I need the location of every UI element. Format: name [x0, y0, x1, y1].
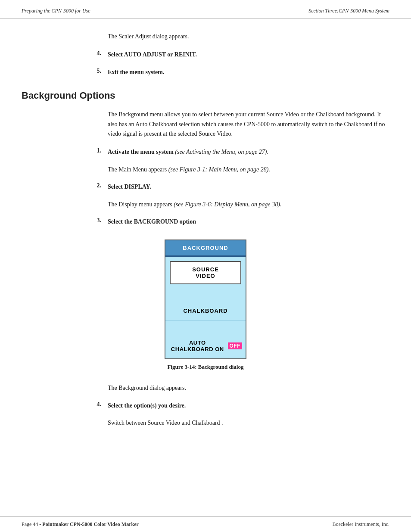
bg-step-4-number: 4. [86, 401, 108, 411]
bg-sub-3-text: The Background dialog appears. [108, 385, 186, 391]
step-4-content: Select AUTO ADJUST or REINIT. [108, 50, 389, 59]
bg-step-3: 3. Select the BACKGROUND option [22, 217, 389, 227]
footer-right: Boeckeler Instruments, Inc. [332, 521, 389, 528]
bg-intro-text: The Background menu allows you to select… [108, 111, 385, 137]
header-left: Preparing the CPN-5000 for Use [22, 8, 90, 14]
dialog-auto-text: AUTO CHALKBOARD ON [169, 339, 226, 352]
dialog-chalkboard: CHALKBOARD [165, 302, 246, 320]
header-right: Section Three:CPN-5000 Menu System [308, 8, 389, 14]
step-5-content: Exit the menu system. [108, 68, 389, 77]
bg-step-4-bold: Select the option(s) you desire. [108, 402, 186, 409]
page-footer: Page 44 - Pointmaker CPN-5000 Color Vide… [0, 516, 411, 532]
bg-sub-2: The Display menu appears (see Figure 3-6… [108, 200, 389, 209]
bg-step-1-number: 1. [86, 147, 108, 157]
bg-step-1-bold: Activate the menu system [108, 149, 174, 155]
bg-step-4-content: Select the option(s) you desire. [108, 401, 389, 411]
bg-sub-4: Switch between Source Video and Chalkboa… [108, 418, 389, 428]
dialog-spacer-1 [165, 289, 246, 302]
step-5-text: Exit the menu system. [108, 69, 164, 75]
bg-step-3-bold: Select the BACKGROUND option [108, 218, 196, 225]
step-4-number: 4. [86, 50, 108, 59]
intro-paragraph: The Scaler Adjust dialog appears. [108, 32, 389, 41]
bg-step-3-number: 3. [86, 217, 108, 227]
bg-step-1: 1. Activate the menu system (see Activat… [22, 147, 389, 157]
bg-sub-1-text: The Main Menu appears (see Figure 3-1: M… [108, 166, 270, 173]
step-4: 4. Select AUTO ADJUST or REINIT. [22, 50, 389, 59]
background-dialog: BACKGROUND SOURCEVIDEO CHALKBOARD AUTO C… [165, 240, 246, 359]
step-5-number: 5. [86, 68, 108, 77]
bg-sub-2-text: The Display menu appears (see Figure 3-6… [108, 201, 281, 208]
figure-caption-text: Figure 3-14: Background dialog [168, 364, 244, 370]
bg-intro: The Background menu allows you to select… [108, 110, 389, 139]
bg-sub-3: The Background dialog appears. [108, 383, 389, 393]
bg-step-3-content: Select the BACKGROUND option [108, 217, 389, 227]
dialog-source-video: SOURCEVIDEO [170, 261, 241, 284]
dialog-auto-chalkboard: AUTO CHALKBOARD ON OFF [165, 333, 246, 358]
bg-step-2-number: 2. [86, 182, 108, 192]
figure-container: BACKGROUND SOURCEVIDEO CHALKBOARD AUTO C… [22, 240, 389, 370]
bg-step-2-content: Select DISPLAY. [108, 182, 389, 192]
bg-sub-4-text: Switch between Source Video and Chalkboa… [108, 420, 223, 426]
dialog-spacer-2 [165, 320, 246, 333]
figure-caption: Figure 3-14: Background dialog [168, 364, 244, 370]
step-5: 5. Exit the menu system. [22, 68, 389, 77]
bg-step-1-content: Activate the menu system (see Activating… [108, 147, 389, 157]
footer-left: Page 44 - Pointmaker CPN-5000 Color Vide… [22, 521, 139, 528]
bg-step-1-italic: (see Activating the Menu, on page 27) [175, 149, 267, 155]
page-header: Preparing the CPN-5000 for Use Section T… [0, 0, 411, 19]
bg-step-2: 2. Select DISPLAY. [22, 182, 389, 192]
off-badge: OFF [228, 342, 243, 349]
page-content: The Scaler Adjust dialog appears. 4. Sel… [0, 19, 411, 461]
bg-step-2-bold: Select DISPLAY. [108, 184, 151, 190]
bg-step-4: 4. Select the option(s) you desire. [22, 401, 389, 411]
intro-text: The Scaler Adjust dialog appears. [108, 33, 189, 40]
section-heading: Background Options [22, 90, 389, 101]
dialog-header: BACKGROUND [165, 240, 246, 257]
step-4-text: Select AUTO ADJUST or REINIT. [108, 51, 197, 58]
bg-sub-1: The Main Menu appears (see Figure 3-1: M… [108, 165, 389, 174]
